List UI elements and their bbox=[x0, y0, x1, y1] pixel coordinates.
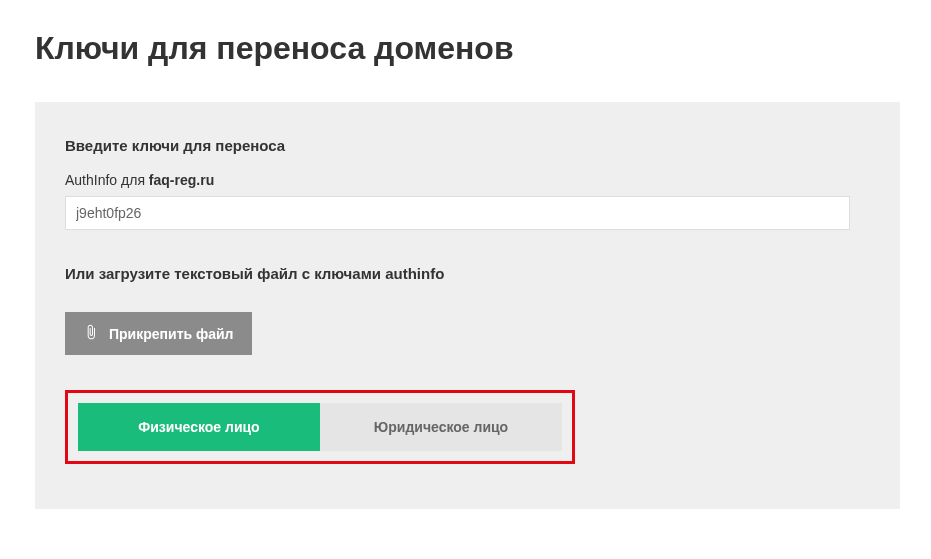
entity-type-toggle: Физическое лицо Юридическое лицо bbox=[78, 403, 562, 451]
tab-individual[interactable]: Физическое лицо bbox=[78, 403, 320, 451]
attach-file-label: Прикрепить файл bbox=[109, 326, 234, 342]
authinfo-input[interactable] bbox=[65, 196, 850, 230]
entity-type-highlight: Физическое лицо Юридическое лицо bbox=[65, 390, 575, 464]
authinfo-label: AuthInfo для faq-reg.ru bbox=[65, 172, 870, 188]
paperclip-icon bbox=[83, 324, 99, 343]
upload-keys-title: Или загрузите текстовый файл с ключами a… bbox=[65, 265, 870, 282]
authinfo-domain: faq-reg.ru bbox=[149, 172, 214, 188]
page-container: Ключи для переноса доменов Введите ключи… bbox=[0, 0, 931, 539]
transfer-keys-panel: Введите ключи для переноса AuthInfo для … bbox=[35, 102, 900, 509]
authinfo-label-prefix: AuthInfo для bbox=[65, 172, 149, 188]
attach-file-button[interactable]: Прикрепить файл bbox=[65, 312, 252, 355]
enter-keys-title: Введите ключи для переноса bbox=[65, 137, 870, 154]
page-title: Ключи для переноса доменов bbox=[35, 30, 896, 67]
tab-legal[interactable]: Юридическое лицо bbox=[320, 403, 562, 451]
